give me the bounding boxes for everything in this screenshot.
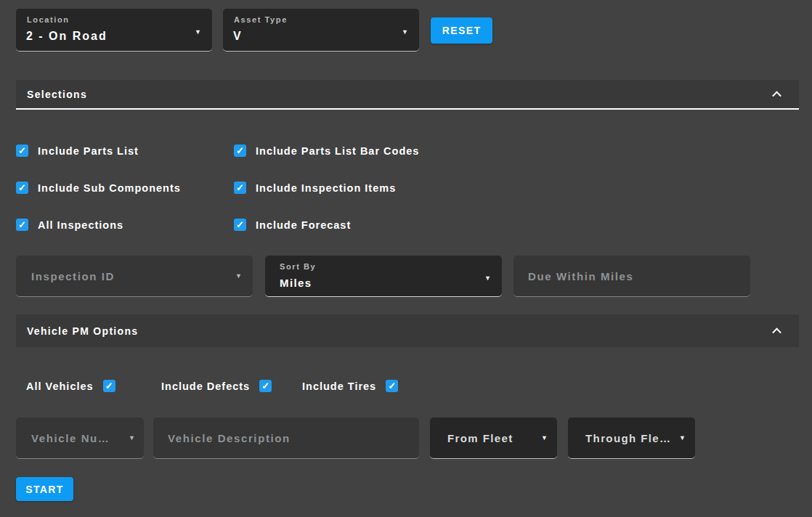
due-within-miles-field[interactable] bbox=[513, 256, 750, 297]
checkbox-label: All Vehicles bbox=[26, 380, 94, 392]
checkbox-icon[interactable] bbox=[234, 182, 246, 194]
chevron-up-icon bbox=[772, 91, 781, 100]
checkbox-all-vehicles[interactable]: All Vehicles bbox=[26, 380, 115, 392]
checkbox-label: Include Sub Components bbox=[38, 182, 181, 194]
asset-type-value: V bbox=[233, 30, 243, 43]
checkbox-all-inspections[interactable]: All Inspections bbox=[16, 219, 123, 231]
checkbox-label: Include Forecast bbox=[256, 219, 351, 231]
chevron-down-icon: ▼ bbox=[541, 434, 548, 441]
checkbox-include-parts-list-bar-codes[interactable]: Include Parts List Bar Codes bbox=[234, 144, 419, 157]
pm-report-form: { "colors": { "page_bg": "#424242", "acc… bbox=[0, 0, 812, 517]
through-fleet-select[interactable]: Through Fle… ▼ bbox=[568, 418, 695, 459]
checkbox-icon[interactable] bbox=[386, 380, 398, 392]
vehicle-description-input[interactable] bbox=[153, 418, 419, 458]
checkbox-include-defects[interactable]: Include Defects bbox=[161, 380, 272, 392]
chevron-up-icon bbox=[772, 327, 781, 337]
vehicle-number-placeholder: Vehicle Nu… bbox=[31, 432, 110, 444]
inspection-id-select[interactable]: Inspection ID ▼ bbox=[16, 256, 253, 297]
checkbox-include-forecast[interactable]: Include Forecast bbox=[234, 219, 351, 231]
sort-by-label: Sort By bbox=[280, 262, 316, 271]
start-button[interactable]: START bbox=[16, 477, 73, 501]
location-label: Location bbox=[27, 15, 70, 24]
vehicle-description-field[interactable] bbox=[153, 418, 419, 459]
checkbox-label: Include Inspection Items bbox=[256, 182, 396, 194]
vehicle-pm-title: Vehicle PM Options bbox=[27, 325, 138, 337]
due-within-miles-input[interactable] bbox=[513, 256, 750, 296]
vehicle-pm-section-header[interactable]: Vehicle PM Options bbox=[16, 314, 799, 347]
checkbox-label: Include Parts List bbox=[38, 145, 139, 157]
chevron-down-icon: ▼ bbox=[679, 434, 686, 441]
checkbox-icon[interactable] bbox=[16, 182, 28, 194]
inspection-id-placeholder: Inspection ID bbox=[31, 270, 115, 282]
from-fleet-value: From Fleet bbox=[447, 432, 513, 444]
selections-title: Selections bbox=[27, 89, 87, 100]
chevron-down-icon: ▼ bbox=[195, 28, 201, 36]
reset-button[interactable]: RESET bbox=[431, 17, 492, 44]
checkbox-include-sub-components[interactable]: Include Sub Components bbox=[16, 182, 181, 194]
vehicle-number-select[interactable]: Vehicle Nu… ▼ bbox=[16, 418, 144, 459]
checkbox-label: Include Tires bbox=[302, 380, 376, 392]
checkbox-icon[interactable] bbox=[234, 144, 246, 157]
checkbox-include-inspection-items[interactable]: Include Inspection Items bbox=[234, 182, 396, 194]
selections-section-header[interactable]: Selections bbox=[16, 80, 799, 110]
checkbox-icon[interactable] bbox=[16, 144, 28, 157]
checkbox-icon[interactable] bbox=[234, 219, 246, 231]
sort-by-value: Miles bbox=[280, 277, 312, 289]
asset-type-select[interactable]: Asset Type V ▼ bbox=[223, 9, 419, 52]
location-select[interactable]: Location 2 - On Road ▼ bbox=[16, 9, 212, 52]
checkbox-include-parts-list[interactable]: Include Parts List bbox=[16, 144, 139, 157]
chevron-down-icon: ▼ bbox=[402, 28, 408, 36]
chevron-down-icon: ▼ bbox=[484, 274, 491, 282]
chevron-down-icon: ▼ bbox=[235, 272, 242, 280]
checkbox-label: All Inspections bbox=[38, 219, 123, 231]
checkbox-icon[interactable] bbox=[16, 219, 28, 231]
checkbox-label: Include Parts List Bar Codes bbox=[256, 145, 419, 157]
from-fleet-select[interactable]: From Fleet ▼ bbox=[430, 418, 557, 459]
asset-type-label: Asset Type bbox=[234, 15, 288, 24]
chevron-down-icon: ▼ bbox=[129, 434, 135, 441]
checkbox-include-tires[interactable]: Include Tires bbox=[302, 380, 398, 392]
checkbox-label: Include Defects bbox=[161, 380, 250, 392]
checkbox-icon[interactable] bbox=[259, 380, 272, 392]
sort-by-select[interactable]: Sort By Miles ▼ bbox=[265, 256, 502, 297]
through-fleet-value: Through Fle… bbox=[585, 432, 671, 444]
checkbox-icon[interactable] bbox=[103, 380, 115, 392]
location-value: 2 - On Road bbox=[26, 30, 107, 43]
